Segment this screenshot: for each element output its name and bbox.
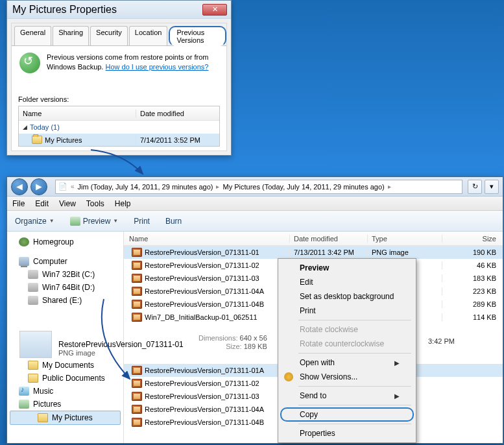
ctx-send-to[interactable]: Send to▶ bbox=[280, 389, 414, 403]
version-row[interactable]: My Pictures 7/14/2011 3:52 PM bbox=[19, 134, 219, 146]
ctx-copy[interactable]: Copy bbox=[280, 407, 414, 422]
png-icon bbox=[132, 366, 142, 375]
drive-icon bbox=[28, 296, 38, 305]
print-button[interactable]: Print bbox=[131, 215, 152, 227]
ctx-show-versions[interactable]: Show Versions... bbox=[280, 370, 414, 384]
ctx-open-with[interactable]: Open with▶ bbox=[280, 355, 414, 370]
address-bar[interactable]: 📄 « Jim (Today, July 14, 2011, 29 minute… bbox=[55, 180, 462, 194]
sidebar-drive-c[interactable]: Win7 32Bit (C:) bbox=[7, 268, 123, 281]
folder-icon bbox=[38, 413, 48, 422]
sidebar-my-pictures[interactable]: My Pictures bbox=[10, 411, 121, 425]
png-icon bbox=[132, 287, 142, 296]
png-icon bbox=[132, 379, 142, 388]
submenu-arrow-icon: ▶ bbox=[394, 359, 400, 367]
history-icon[interactable]: 📄 bbox=[58, 182, 67, 191]
organize-button[interactable]: Organize▼ bbox=[12, 215, 57, 227]
png-icon bbox=[132, 313, 142, 322]
ctx-edit[interactable]: Edit bbox=[280, 275, 414, 289]
homegroup-icon bbox=[19, 237, 29, 247]
properties-dialog: My Pictures Properties ✕ General Sharing… bbox=[6, 0, 232, 156]
folder-icon bbox=[32, 136, 42, 144]
png-icon bbox=[132, 274, 142, 283]
back-button[interactable]: ◄ bbox=[11, 178, 28, 195]
details-filetype: PNG image bbox=[58, 349, 184, 357]
ctx-set-background[interactable]: Set as desktop background bbox=[280, 289, 414, 304]
info-text: Previous versions come from restore poin… bbox=[47, 53, 208, 73]
collapse-icon: ◢ bbox=[23, 124, 27, 130]
menu-help[interactable]: Help bbox=[115, 199, 131, 208]
png-icon bbox=[132, 418, 142, 427]
folder-versions-label: Folder versions: bbox=[18, 95, 226, 103]
dropdown-button[interactable]: ▾ bbox=[485, 180, 499, 194]
header-size[interactable]: Size bbox=[442, 235, 503, 243]
sidebar-drive-e[interactable]: Shared (E:) bbox=[7, 294, 123, 307]
properties-title: My Pictures Properties bbox=[12, 4, 117, 16]
column-date[interactable]: Date modified bbox=[136, 110, 219, 117]
menu-bar: File Edit View Tools Help bbox=[7, 197, 503, 211]
png-icon bbox=[132, 261, 142, 270]
computer-icon bbox=[19, 257, 29, 266]
sidebar-pictures[interactable]: Pictures bbox=[7, 398, 123, 411]
sidebar-homegroup[interactable]: Homegroup bbox=[7, 235, 123, 248]
column-headers: Name Date modified Type Size bbox=[124, 232, 503, 246]
tab-general[interactable]: General bbox=[14, 26, 51, 45]
sidebar-music[interactable]: Music bbox=[7, 385, 123, 398]
sidebar-computer[interactable]: Computer bbox=[7, 255, 123, 268]
tab-previous-versions[interactable]: Previous Versions bbox=[169, 26, 226, 46]
group-today[interactable]: ◢ Today (1) bbox=[19, 121, 219, 134]
explorer-nav-bar: ◄ ► 📄 « Jim (Today, July 14, 2011, 29 mi… bbox=[7, 177, 503, 197]
submenu-arrow-icon: ▶ bbox=[394, 392, 400, 400]
folder-versions-list: Name Date modified ◢ Today (1) My Pictur… bbox=[18, 106, 220, 147]
ctx-preview[interactable]: Preview bbox=[280, 261, 414, 275]
preview-button[interactable]: Preview▼ bbox=[67, 215, 121, 227]
details-filename: RestorePreviousVersion_071311-01 bbox=[58, 340, 184, 349]
versions-icon bbox=[284, 372, 293, 381]
help-link[interactable]: How do I use previous versions? bbox=[106, 63, 209, 71]
drive-icon bbox=[28, 270, 38, 279]
header-name[interactable]: Name bbox=[124, 235, 289, 243]
pictures-icon bbox=[19, 400, 29, 409]
png-icon bbox=[132, 248, 142, 257]
sidebar-drive-d[interactable]: Win7 64Bit (D:) bbox=[7, 281, 123, 294]
menu-tools[interactable]: Tools bbox=[86, 199, 104, 208]
tab-location[interactable]: Location bbox=[129, 26, 168, 45]
restore-icon bbox=[19, 53, 40, 73]
png-icon bbox=[132, 392, 142, 401]
details-thumbnail bbox=[19, 331, 52, 358]
file-row[interactable]: RestorePreviousVersion_071311-01 7/13/20… bbox=[124, 246, 503, 259]
png-icon bbox=[132, 300, 142, 309]
ctx-print[interactable]: Print bbox=[280, 304, 414, 318]
folder-icon bbox=[28, 374, 38, 383]
header-type[interactable]: Type bbox=[367, 235, 442, 243]
png-icon bbox=[132, 405, 142, 414]
sidebar-public-documents[interactable]: Public Documents bbox=[7, 372, 123, 385]
header-date[interactable]: Date modified bbox=[289, 235, 367, 243]
column-name[interactable]: Name bbox=[19, 110, 136, 117]
context-menu: Preview Edit Set as desktop background P… bbox=[278, 258, 416, 443]
forward-button[interactable]: ► bbox=[30, 178, 47, 195]
menu-edit[interactable]: Edit bbox=[35, 199, 49, 208]
menu-view[interactable]: View bbox=[59, 199, 76, 208]
refresh-button[interactable]: ↻ bbox=[468, 180, 482, 194]
breadcrumb-part[interactable]: My Pictures (Today, July 14, 2011, 29 mi… bbox=[222, 183, 384, 191]
music-icon bbox=[19, 387, 29, 396]
preview-icon bbox=[70, 217, 80, 226]
tab-strip: General Sharing Security Location Previo… bbox=[12, 23, 226, 46]
burn-button[interactable]: Burn bbox=[163, 215, 184, 227]
toolbar: Organize▼ Preview▼ Print Burn bbox=[7, 211, 503, 232]
tab-sharing[interactable]: Sharing bbox=[53, 26, 89, 45]
properties-titlebar[interactable]: My Pictures Properties ✕ bbox=[7, 1, 231, 19]
menu-file[interactable]: File bbox=[12, 199, 25, 208]
ctx-rotate-cw: Rotate clockwise bbox=[280, 322, 414, 337]
ctx-properties[interactable]: Properties bbox=[280, 426, 414, 440]
breadcrumb-part[interactable]: Jim (Today, July 14, 2011, 29 minutes ag… bbox=[78, 183, 213, 191]
details-date-fragment: 3:42 PM bbox=[428, 337, 455, 345]
tab-security[interactable]: Security bbox=[90, 26, 128, 45]
ctx-rotate-ccw: Rotate counterclockwise bbox=[280, 337, 414, 351]
close-button[interactable]: ✕ bbox=[202, 4, 227, 16]
drive-icon bbox=[28, 283, 38, 292]
details-meta: Dimensions: 640 x 56 Size: 189 KB bbox=[198, 333, 267, 433]
